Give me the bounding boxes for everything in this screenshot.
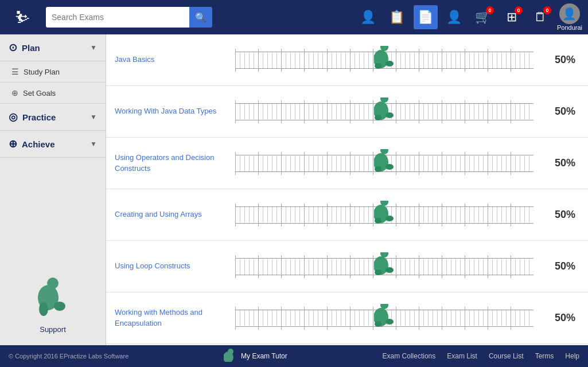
clipboard-icon: 📋 bbox=[389, 10, 404, 25]
paper-badge: 0 bbox=[543, 6, 551, 14]
set-goals-label: Set Goals bbox=[23, 89, 56, 97]
svg-point-27 bbox=[385, 319, 394, 325]
table-row: Java Basics 50% bbox=[106, 34, 588, 86]
username-label: Pondurai bbox=[557, 24, 582, 31]
copyright-text: © Copyright 2016 EPractize Labs Software bbox=[9, 353, 128, 360]
content-area: Java Basics 50%Working With Java Data Ty… bbox=[106, 34, 588, 345]
sidebar-item-study-plan[interactable]: ☰ Study Plan bbox=[0, 61, 106, 83]
sidebar-item-set-goals[interactable]: ⊕ Set Goals bbox=[0, 83, 106, 104]
sidebar-item-achieve[interactable]: ⊕ Achieve ▼ bbox=[0, 131, 106, 158]
svg-point-19 bbox=[385, 216, 394, 221]
paper-nav-icon[interactable]: 🗒 0 bbox=[528, 5, 552, 29]
plan-label: Plan bbox=[22, 43, 40, 53]
search-icon: 🔍 bbox=[195, 12, 207, 23]
study-plan-icon: ☰ bbox=[11, 67, 19, 76]
user-area[interactable]: 👤 Pondurai bbox=[557, 3, 582, 31]
footer-link[interactable]: Help bbox=[565, 352, 579, 360]
footer-link[interactable]: Course List bbox=[489, 352, 524, 360]
ruler bbox=[235, 46, 534, 75]
ruler bbox=[235, 97, 534, 126]
svg-point-26 bbox=[375, 321, 381, 327]
search-input[interactable] bbox=[46, 7, 189, 28]
progress-bar bbox=[227, 244, 542, 290]
clipboard-nav-icon[interactable]: 📋 bbox=[385, 5, 409, 29]
svg-point-15 bbox=[385, 164, 394, 170]
table-row: Using Loop Constructs 50% bbox=[106, 241, 588, 292]
brand-label: My Exam Tutor bbox=[241, 352, 287, 360]
progress-figure-icon bbox=[374, 46, 395, 73]
user-icon: 👤 bbox=[446, 10, 462, 25]
svg-point-22 bbox=[375, 270, 381, 275]
progress-figure-icon bbox=[374, 304, 395, 331]
logo-icon: ⛷ bbox=[15, 8, 31, 27]
set-goals-icon: ⊕ bbox=[11, 88, 18, 97]
topic-name[interactable]: Using Loop Constructs bbox=[106, 252, 227, 280]
plan-icon: ⊙ bbox=[9, 41, 17, 54]
search-box: 🔍 bbox=[46, 7, 218, 28]
svg-point-18 bbox=[375, 218, 381, 224]
table-row: Working with Methods and Encapsulation 5… bbox=[106, 292, 588, 344]
progress-bar bbox=[227, 192, 542, 238]
practice-left: ◎ Practice bbox=[9, 111, 56, 123]
sidebar-item-practice[interactable]: ◎ Practice ▼ bbox=[0, 104, 106, 131]
brand-area: My Exam Tutor bbox=[224, 348, 287, 365]
progress-figure-icon bbox=[374, 97, 395, 124]
sidebar-item-plan[interactable]: ⊙ Plan ▼ bbox=[0, 34, 106, 61]
avatar: 👤 bbox=[559, 3, 580, 24]
cart-nav-icon[interactable]: 🛒 0 bbox=[471, 5, 495, 29]
user-nav-icon[interactable]: 👤 bbox=[442, 5, 466, 29]
svg-point-7 bbox=[385, 61, 394, 67]
footer-link[interactable]: Exam List bbox=[447, 352, 477, 360]
profile-nav-icon[interactable]: 👤 bbox=[356, 5, 380, 29]
topic-name[interactable]: Working With Java Data Types bbox=[106, 97, 227, 125]
support-area[interactable]: Support bbox=[0, 266, 106, 345]
table-row: Using Operators and Decision Constructs … bbox=[106, 138, 588, 189]
top-navigation: ⛷ 🔍 👤 📋 📄 👤 🛒 0 ⊞ 0 🗒 0 👤 Pondurai bbox=[0, 0, 588, 34]
topic-score: 50% bbox=[542, 260, 588, 272]
plan-chevron: ▼ bbox=[90, 44, 97, 52]
progress-figure-icon bbox=[374, 201, 395, 228]
practice-icon: ◎ bbox=[9, 111, 18, 123]
svg-point-3 bbox=[54, 302, 65, 311]
topic-name[interactable]: Working with Methods and Encapsulation bbox=[106, 299, 227, 337]
ruler bbox=[235, 201, 534, 229]
topic-score: 50% bbox=[542, 312, 588, 324]
nav-icons: 👤 📋 📄 👤 🛒 0 ⊞ 0 🗒 0 👤 Pondurai bbox=[356, 3, 582, 31]
svg-point-10 bbox=[375, 115, 381, 120]
ruler bbox=[235, 149, 534, 178]
progress-bar bbox=[227, 295, 542, 341]
footer-link[interactable]: Exam Collections bbox=[383, 352, 436, 360]
search-button[interactable]: 🔍 bbox=[189, 7, 212, 28]
topic-score: 50% bbox=[542, 54, 588, 66]
progress-bar bbox=[227, 140, 542, 186]
brand-icon bbox=[224, 348, 237, 365]
study-plan-label: Study Plan bbox=[24, 68, 60, 76]
progress-bar bbox=[227, 37, 542, 83]
table-row: Creating and Using Arrays 50% bbox=[106, 189, 588, 241]
practice-label: Practice bbox=[22, 112, 56, 122]
footer-links: Exam CollectionsExam ListCourse ListTerm… bbox=[383, 352, 579, 360]
sidebar: ⊙ Plan ▼ ☰ Study Plan ⊕ Set Goals ◎ Prac… bbox=[0, 34, 106, 345]
topic-score: 50% bbox=[542, 157, 588, 169]
table-row: Working With Java Data Types 50% bbox=[106, 86, 588, 138]
svg-point-11 bbox=[385, 112, 394, 118]
support-label: Support bbox=[40, 325, 66, 334]
logo: ⛷ bbox=[6, 3, 40, 32]
topic-score: 50% bbox=[542, 106, 588, 118]
svg-point-23 bbox=[385, 267, 394, 273]
ruler bbox=[235, 304, 534, 333]
topic-name[interactable]: Creating and Using Arrays bbox=[106, 201, 227, 228]
progress-figure-icon bbox=[374, 252, 395, 279]
achieve-label: Achieve bbox=[22, 139, 55, 149]
svg-point-6 bbox=[375, 63, 381, 69]
support-figure-icon bbox=[36, 278, 70, 323]
document-nav-icon[interactable]: 📄 bbox=[414, 5, 438, 29]
achieve-left: ⊕ Achieve bbox=[9, 138, 55, 150]
svg-point-14 bbox=[375, 166, 381, 172]
topic-name[interactable]: Java Basics bbox=[106, 46, 227, 73]
grid-nav-icon[interactable]: ⊞ 0 bbox=[500, 5, 524, 29]
topic-name[interactable]: Using Operators and Decision Constructs bbox=[106, 144, 227, 182]
footer-link[interactable]: Terms bbox=[535, 352, 554, 360]
practice-chevron: ▼ bbox=[90, 113, 97, 121]
person-icon: 👤 bbox=[360, 10, 376, 25]
